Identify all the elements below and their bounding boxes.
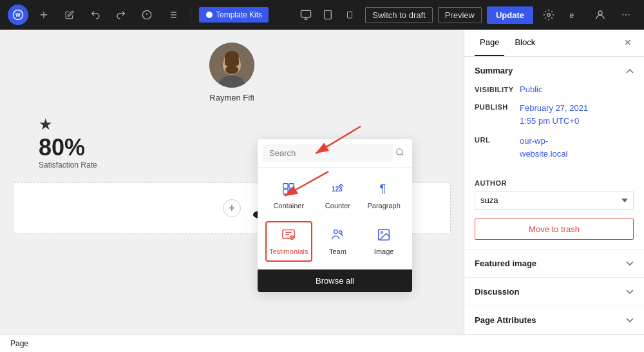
settings-button[interactable] [538, 5, 559, 25]
browse-all-button[interactable]: Browse all [258, 269, 412, 292]
discussion-section: Discussion [464, 278, 644, 306]
summary-title: Summary [475, 66, 513, 75]
tablet-view-button[interactable] [317, 5, 338, 25]
undo-button[interactable] [85, 5, 106, 25]
svg-rect-30 [225, 58, 239, 66]
page-attributes-title: Page Attributes [475, 315, 536, 325]
svg-point-42 [334, 230, 338, 234]
svg-point-45 [381, 231, 383, 233]
block-grid: Container 123 Counter ¶ Paragr [258, 168, 412, 269]
svg-rect-12 [301, 10, 311, 17]
block-item-container[interactable]: Container [265, 175, 312, 216]
author-name: Raymen Fifi [209, 93, 254, 103]
update-button[interactable]: Update [487, 6, 533, 24]
svg-point-21 [598, 11, 602, 15]
summary-content: Visibility Public Publish February 27, 2… [464, 84, 644, 177]
satisfaction-label: Satisfaction Rate [39, 161, 97, 170]
image-label: Image [374, 248, 394, 255]
view-buttons [296, 5, 360, 25]
tab-page[interactable]: Page [475, 30, 504, 56]
add-block-toolbar-button[interactable] [33, 5, 54, 25]
move-to-trash-button[interactable]: Move to trash [475, 219, 634, 240]
list-view-button[interactable] [162, 5, 183, 25]
redo-button[interactable] [111, 5, 131, 25]
counter-icon: 123 [330, 182, 345, 199]
star-icon: ★ [39, 115, 53, 133]
paragraph-label: Paragraph [367, 202, 400, 210]
visibility-row: Visibility Public [475, 84, 634, 94]
url-row: URL our-wp-website.local [475, 135, 634, 160]
svg-text:123: 123 [332, 186, 343, 193]
switch-to-draft-button[interactable]: Switch to draft [365, 7, 432, 23]
sidebar-close-button[interactable]: × [621, 34, 634, 52]
block-search-area [258, 139, 412, 168]
account-button[interactable] [590, 5, 611, 25]
elementor-icon-button[interactable]: e [564, 5, 585, 25]
svg-point-11 [206, 12, 213, 18]
svg-point-31 [225, 65, 238, 74]
svg-rect-15 [325, 10, 332, 19]
featured-image-title: Featured image [475, 259, 536, 268]
block-item-team[interactable]: Team [317, 221, 359, 262]
mobile-view-button[interactable] [339, 5, 360, 25]
paragraph-icon: ¶ [377, 182, 391, 199]
svg-point-19 [547, 14, 551, 17]
bottom-bar: Page [0, 334, 644, 352]
block-item-counter[interactable]: 123 Counter [317, 175, 359, 216]
block-item-paragraph[interactable]: ¶ Paragraph [363, 175, 404, 216]
toolbar: W Template Kits Switch to d [0, 0, 644, 30]
template-kits-button[interactable]: Template Kits [199, 7, 269, 23]
svg-text:W: W [15, 12, 21, 18]
svg-rect-37 [289, 190, 294, 194]
page-attributes-header[interactable]: Page Attributes [464, 306, 644, 334]
svg-point-32 [397, 149, 402, 155]
toolbar-separator [191, 7, 191, 23]
block-picker: Container 123 Counter ¶ Paragr [258, 139, 412, 292]
tab-block[interactable]: Block [509, 30, 540, 56]
bottom-page-label: Page [10, 339, 28, 348]
featured-image-section: Featured image [464, 249, 644, 278]
summary-section: Summary Visibility Public Publish Februa… [464, 57, 644, 249]
toolbar-right: Switch to draft Preview Update e [296, 5, 636, 25]
main-layout: Raymen Fifi ★ 80% Satisfaction Rate + [0, 30, 644, 334]
publish-value[interactable]: February 27, 20211:55 pm UTC+0 [520, 102, 588, 127]
svg-point-43 [339, 231, 343, 234]
search-icon [393, 145, 407, 161]
percentage-value: 80% [39, 136, 85, 159]
editor-area: Raymen Fifi ★ 80% Satisfaction Rate + [0, 30, 464, 334]
summary-section-header[interactable]: Summary [464, 57, 644, 84]
svg-rect-36 [283, 190, 288, 194]
author-select[interactable]: suza [475, 191, 634, 210]
container-icon [281, 182, 296, 199]
desktop-view-button[interactable] [296, 5, 316, 25]
info-button[interactable] [137, 5, 157, 25]
discussion-header[interactable]: Discussion [464, 278, 644, 306]
author-label-row: AUTHOR [464, 177, 644, 191]
preview-button[interactable]: Preview [438, 7, 482, 23]
visibility-value[interactable]: Public [520, 84, 542, 94]
publish-row: Publish February 27, 20211:55 pm UTC+0 [475, 102, 634, 127]
featured-image-header[interactable]: Featured image [464, 249, 644, 277]
author-label: AUTHOR [475, 179, 507, 187]
summary-chevron-icon [626, 66, 634, 75]
svg-point-24 [629, 14, 630, 15]
svg-point-23 [625, 14, 627, 15]
edit-tool-button[interactable] [59, 5, 80, 25]
container-label: Container [273, 202, 304, 210]
author-section: Raymen Fifi [13, 43, 451, 103]
block-item-testimonials[interactable]: Testimonials [265, 221, 312, 262]
add-block-button[interactable]: + [223, 199, 241, 217]
page-attributes-section: Page Attributes [464, 306, 644, 334]
url-value[interactable]: our-wp-website.local [520, 135, 567, 160]
more-options-button[interactable] [616, 5, 636, 25]
editor-content: Raymen Fifi ★ 80% Satisfaction Rate + [13, 43, 451, 240]
block-search-input[interactable] [263, 144, 393, 162]
featured-image-chevron-icon [626, 259, 634, 268]
testimonials-label: Testimonials [269, 248, 308, 255]
discussion-title: Discussion [475, 287, 519, 297]
block-item-image[interactable]: Image [363, 221, 404, 262]
counter-label: Counter [325, 202, 350, 210]
author-avatar [209, 43, 254, 88]
wp-logo[interactable]: W [8, 5, 28, 25]
page-attributes-chevron-icon [626, 316, 634, 325]
